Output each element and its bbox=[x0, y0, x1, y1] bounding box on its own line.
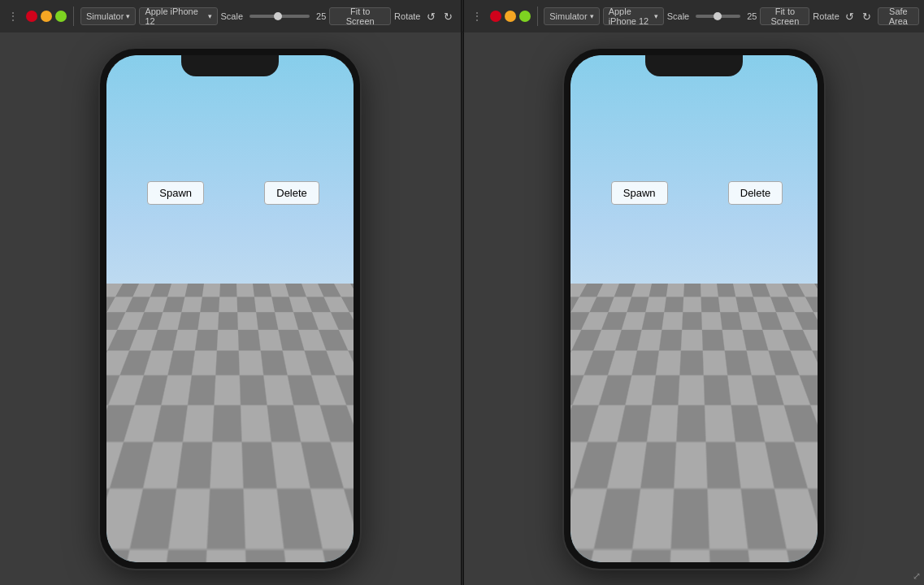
rotate-label-left: Rotate bbox=[394, 11, 420, 21]
left-window-drag: ⋮ bbox=[5, 10, 21, 23]
joystick-right-icon-r: ▶ bbox=[707, 498, 714, 507]
simulator-panel-left: Spawn Delete ▲ ▼ bbox=[0, 32, 461, 585]
scene-left: Spawn Delete ▲ ▼ bbox=[106, 55, 354, 562]
rotate-ccw-icon-right[interactable]: ↺ bbox=[843, 9, 857, 24]
simulator-dropdown-left[interactable]: Simulator bbox=[80, 7, 136, 25]
delete-button-right[interactable]: Delete bbox=[728, 181, 783, 205]
fit-to-screen-button-left[interactable]: Fit to Screen bbox=[329, 7, 391, 25]
device-dropdown-right[interactable]: Apple iPhone 12 bbox=[603, 7, 664, 25]
rotate-ccw-icon-left[interactable]: ↺ bbox=[424, 9, 439, 24]
character2-right bbox=[725, 339, 740, 369]
left-maximize-button[interactable] bbox=[55, 11, 67, 22]
rotate-label-right: Rotate bbox=[813, 11, 839, 21]
scene-right: Spawn Delete ▲ ▼ bbox=[570, 55, 818, 562]
joystick-right-icon: ▶ bbox=[243, 498, 249, 507]
scale-slider-right[interactable] bbox=[696, 15, 740, 18]
spawn-button-right[interactable]: Spawn bbox=[611, 181, 668, 205]
scale-value-left: 25 bbox=[316, 11, 326, 21]
joystick-up-icon: ▲ bbox=[226, 483, 234, 492]
safe-area-button[interactable]: Safe Area bbox=[878, 7, 919, 25]
right-maximize-button[interactable] bbox=[519, 11, 531, 22]
divider-1 bbox=[73, 6, 74, 26]
right-window-drag: ⋮ bbox=[469, 10, 485, 23]
spawn-button-left[interactable]: Spawn bbox=[147, 181, 204, 205]
scale-value-right: 25 bbox=[747, 11, 757, 21]
joystick-left[interactable]: ▲ ▼ ◀ ▶ bbox=[209, 481, 251, 523]
rotate-cw-icon-left[interactable]: ↻ bbox=[441, 9, 456, 24]
scale-label-right: Scale bbox=[667, 11, 690, 21]
simulator-dropdown-right[interactable]: Simulator bbox=[544, 7, 599, 25]
left-close-button[interactable] bbox=[26, 11, 37, 22]
phone-screen-right[interactable]: Spawn Delete ▲ ▼ bbox=[570, 55, 818, 562]
character1-right bbox=[694, 337, 707, 366]
phone-notch-left bbox=[181, 55, 279, 76]
phone-frame-right: Spawn Delete ▲ ▼ bbox=[564, 49, 824, 569]
character1-left bbox=[230, 337, 243, 366]
joystick-left-icon-r: ◀ bbox=[675, 498, 681, 507]
joystick-down-icon: ▼ bbox=[226, 513, 234, 522]
joystick-down-icon-r: ▼ bbox=[690, 513, 698, 522]
joystick-up-icon-r: ▲ bbox=[690, 483, 698, 492]
right-minimize-button[interactable] bbox=[505, 11, 516, 22]
scale-slider-left[interactable] bbox=[249, 15, 310, 18]
phone-screen-left[interactable]: Spawn Delete ▲ ▼ bbox=[106, 55, 354, 562]
joystick-right[interactable]: ▲ ▼ ◀ ▶ bbox=[673, 481, 715, 523]
simulator-label-right: Simulator bbox=[549, 11, 587, 21]
right-close-button[interactable] bbox=[490, 11, 501, 22]
phone-notch-right bbox=[645, 55, 743, 76]
delete-button-left[interactable]: Delete bbox=[264, 181, 319, 205]
simulator-panel-right: Spawn Delete ▲ ▼ bbox=[464, 32, 925, 585]
fit-to-screen-button-right[interactable]: Fit to Screen bbox=[760, 7, 809, 25]
left-minimize-button[interactable] bbox=[41, 11, 52, 22]
device-label-left: Apple iPhone 12 bbox=[145, 6, 205, 26]
device-label-right: Apple iPhone 12 bbox=[609, 6, 652, 26]
scale-label-left: Scale bbox=[221, 11, 244, 21]
simulator-label-left: Simulator bbox=[86, 11, 124, 21]
device-dropdown-left[interactable]: Apple iPhone 12 bbox=[139, 7, 217, 25]
phone-frame-left: Spawn Delete ▲ ▼ bbox=[100, 49, 360, 569]
expand-icon[interactable]: ⤢ bbox=[913, 570, 921, 582]
rotate-cw-icon-right[interactable]: ↻ bbox=[860, 9, 874, 24]
divider-2 bbox=[537, 6, 538, 26]
character2-left bbox=[261, 339, 275, 369]
joystick-left-icon: ◀ bbox=[210, 498, 217, 507]
